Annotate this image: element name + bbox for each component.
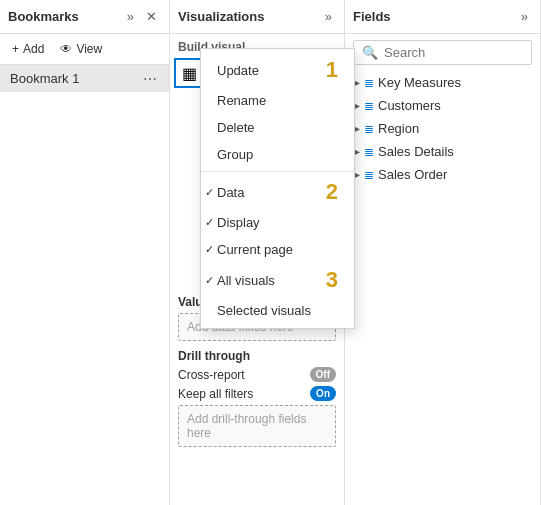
search-icon: 🔍 [362,45,378,60]
fields-expand-btn[interactable]: » [517,7,532,26]
check-mark-all-visuals: ✓ [205,274,214,287]
field-group-region[interactable]: ▸ ≣ Region [349,117,536,140]
menu-item-data-label: Data [217,185,244,200]
viz-header-icons: » [321,7,336,26]
table-icon: ≣ [364,99,374,113]
bookmarks-header: Bookmarks » ✕ [0,0,169,34]
cross-report-toggle[interactable]: Off [310,367,336,382]
fields-panel: Fields » 🔍 ▸ ≣ Key Measures ▸ ≣ Customer… [345,0,541,505]
check-mark-display: ✓ [205,216,214,229]
menu-item-delete-label: Delete [217,120,255,135]
search-box: 🔍 [353,40,532,65]
bookmarks-panel: Bookmarks » ✕ + Add 👁 View Bookmark 1 ⋯ [0,0,170,505]
visualizations-panel: Visualizations » Build visual ▦ ⇪ Update… [170,0,345,505]
field-group-label: Region [378,121,419,136]
search-input[interactable] [384,45,523,60]
field-group-label: Sales Order [378,167,447,182]
bookmarks-header-icons: » ✕ [123,7,161,26]
viz-title: Visualizations [178,9,264,24]
view-label: View [76,42,102,56]
cross-report-toggle-label: Off [316,369,330,380]
cross-report-row: Cross-report Off [178,367,336,382]
field-group-sales-details[interactable]: ▸ ≣ Sales Details [349,140,536,163]
bookmarks-collapse-btn[interactable]: » [123,7,138,26]
menu-item-all-visuals-label: All visuals [217,273,275,288]
menu-item-group-label: Group [217,147,253,162]
keep-all-filters-label: Keep all filters [178,387,253,401]
menu-item-rename[interactable]: Rename [201,87,354,114]
table-icon: ≣ [364,145,374,159]
menu-item-selected-visuals-label: Selected visuals [217,303,311,318]
keep-all-filters-toggle[interactable]: On [310,386,336,401]
view-icon: 👁 [60,42,72,56]
bookmark-item[interactable]: Bookmark 1 ⋯ [0,65,169,92]
menu-number-2: 2 [326,181,338,203]
drill-through-section: Drill through Cross-report Off Keep all … [178,349,336,447]
bookmark-item-label: Bookmark 1 [10,71,79,86]
chevron-right-icon: ▸ [355,169,360,180]
bookmarks-add-btn[interactable]: + Add [8,40,48,58]
keep-all-filters-row: Keep all filters On [178,386,336,401]
chevron-right-icon: ▸ [355,100,360,111]
table-icon: ≣ [364,76,374,90]
menu-item-rename-label: Rename [217,93,266,108]
add-drill-zone[interactable]: Add drill-through fields here [178,405,336,447]
fields-title: Fields [353,9,391,24]
menu-item-delete[interactable]: Delete [201,114,354,141]
field-group-label: Sales Details [378,144,454,159]
add-drill-label: Add drill-through fields here [187,412,306,440]
fields-list: ▸ ≣ Key Measures ▸ ≣ Customers ▸ ≣ Regio… [345,71,540,186]
menu-item-current-page[interactable]: ✓ Current page [201,236,354,263]
bookmark-more-btn[interactable]: ⋯ [141,72,159,86]
chevron-right-icon: ▸ [355,146,360,157]
menu-item-data[interactable]: ✓ Data 2 [201,175,354,209]
chevron-right-icon: ▸ [355,123,360,134]
bookmarks-view-btn[interactable]: 👁 View [56,40,106,58]
menu-item-update-label: Update [217,63,259,78]
bookmarks-close-btn[interactable]: ✕ [142,7,161,26]
viz-expand-btn[interactable]: » [321,7,336,26]
menu-item-all-visuals[interactable]: ✓ All visuals 3 [201,263,354,297]
menu-number-3: 3 [326,269,338,291]
chevron-right-icon: ▸ [355,77,360,88]
field-group-customers[interactable]: ▸ ≣ Customers [349,94,536,117]
menu-item-group[interactable]: Group [201,141,354,168]
fields-header: Fields » [345,0,540,34]
keep-all-filters-toggle-label: On [316,388,330,399]
add-icon: + [12,42,19,56]
menu-item-update[interactable]: Update 1 [201,53,354,87]
drill-through-label: Drill through [178,349,336,363]
add-label: Add [23,42,44,56]
menu-item-selected-visuals[interactable]: Selected visuals [201,297,354,324]
field-group-sales-order[interactable]: ▸ ≣ Sales Order [349,163,536,186]
menu-item-display-label: Display [217,215,260,230]
menu-divider-1 [201,171,354,172]
context-menu: Update 1 Rename Delete Group ✓ Data 2 ✓ … [200,48,355,329]
check-mark-current-page: ✓ [205,243,214,256]
table-icon: ≣ [364,122,374,136]
field-group-label: Customers [378,98,441,113]
field-group-key-measures[interactable]: ▸ ≣ Key Measures [349,71,536,94]
cross-report-label: Cross-report [178,368,245,382]
bookmarks-toolbar: + Add 👁 View [0,34,169,65]
bookmarks-title: Bookmarks [8,9,79,24]
check-mark-data: ✓ [205,186,214,199]
field-group-label: Key Measures [378,75,461,90]
menu-number-1: 1 [326,59,338,81]
table-icon: ≣ [364,168,374,182]
menu-item-current-page-label: Current page [217,242,293,257]
viz-header: Visualizations » [170,0,344,34]
menu-item-display[interactable]: ✓ Display [201,209,354,236]
